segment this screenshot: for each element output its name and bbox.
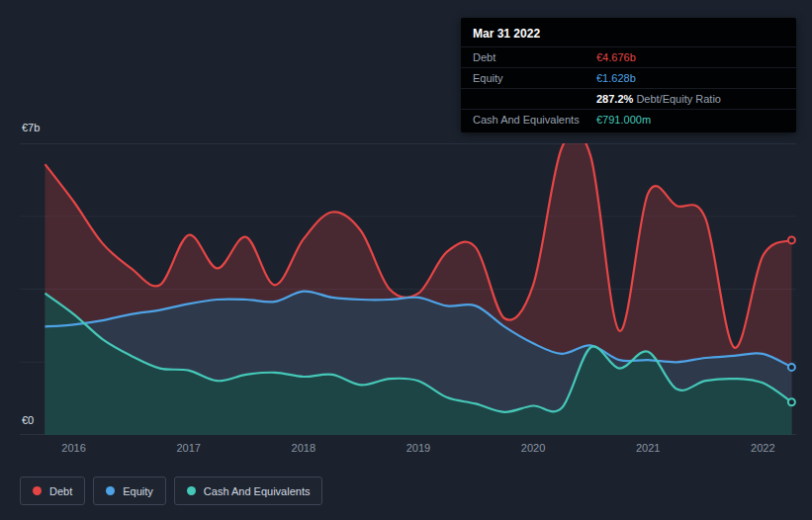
tooltip-row-equity: Equity €1.628b <box>461 67 796 88</box>
x-tick-label: 2018 <box>292 442 316 454</box>
tooltip-cash-label: Cash And Equivalents <box>473 113 596 127</box>
legend-item-debt[interactable]: Debt <box>20 477 85 505</box>
legend: Debt Equity Cash And Equivalents <box>20 477 322 505</box>
tooltip-row-ratio: 287.2% Debt/Equity Ratio <box>461 88 796 109</box>
y-axis-label-top: €7b <box>22 122 40 133</box>
tooltip-date: Mar 31 2022 <box>461 18 796 46</box>
equity-series-dot-icon <box>106 486 115 495</box>
tooltip-debt-value: €4.676b <box>596 50 784 64</box>
x-tick-label: 2017 <box>176 442 200 454</box>
x-tick-label: 2019 <box>406 442 430 454</box>
tooltip-equity-label: Equity <box>473 71 596 85</box>
tooltip-ratio-label: Debt/Equity Ratio <box>636 93 721 105</box>
tooltip-cash-value: €791.000m <box>596 113 784 127</box>
tooltip-row-debt: Debt €4.676b <box>461 46 796 67</box>
cash-series-dot-icon <box>187 486 196 495</box>
legend-item-equity[interactable]: Equity <box>93 477 166 505</box>
x-tick-label: 2016 <box>61 442 85 454</box>
tooltip-row-cash: Cash And Equivalents €791.000m <box>461 109 796 130</box>
chart-svg[interactable] <box>20 143 796 435</box>
x-tick-label: 2020 <box>521 442 545 454</box>
tooltip-equity-value: €1.628b <box>596 71 784 85</box>
plot-area[interactable] <box>20 143 796 435</box>
legend-item-label: Debt <box>49 485 72 497</box>
legend-item-cash[interactable]: Cash And Equivalents <box>174 477 323 505</box>
tooltip: Mar 31 2022 Debt €4.676b Equity €1.628b … <box>461 18 796 132</box>
tooltip-debt-label: Debt <box>473 50 596 64</box>
x-tick-label: 2022 <box>751 442 774 454</box>
tooltip-ratio-value: 287.2% <box>596 93 633 105</box>
debt-series-dot-icon <box>33 486 42 495</box>
x-tick-label: 2021 <box>636 442 660 454</box>
legend-item-label: Cash And Equivalents <box>204 485 311 497</box>
legend-item-label: Equity <box>123 485 153 497</box>
